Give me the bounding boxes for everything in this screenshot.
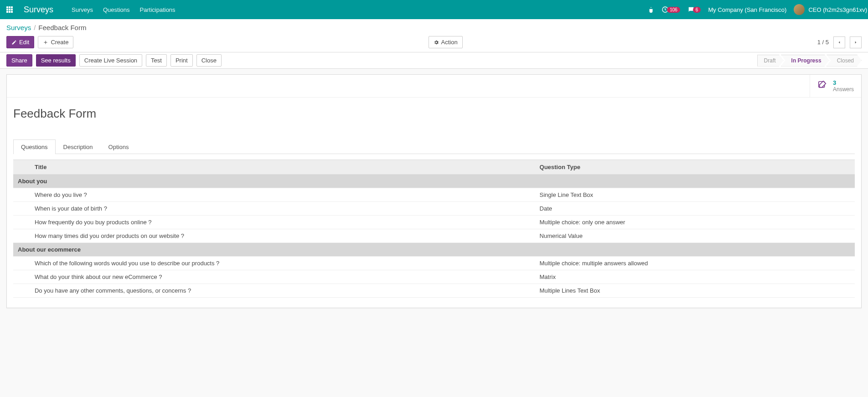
table-row[interactable]: Do you have any other comments, question… [13,284,855,298]
gear-icon [434,40,439,45]
apps-icon[interactable] [0,6,19,13]
status-draft[interactable]: Draft [757,55,784,67]
pager: 1 / 5 [817,36,862,48]
row-handle[interactable] [13,270,30,284]
row-qtype: Multiple choice: multiple answers allowe… [535,257,855,270]
row-qtype: Matrix [535,270,855,284]
section-title: About you [13,175,855,188]
status-row: Share See results Create Live Session Te… [0,52,868,69]
row-handle[interactable] [13,257,30,270]
topbar: Surveys Surveys Questions Participations… [0,0,868,19]
tab-options[interactable]: Options [101,139,137,154]
table-section-row[interactable]: About our ecommerce [13,243,855,257]
edit-square-icon [817,80,827,92]
see-results-button[interactable]: See results [36,54,76,67]
print-button[interactable]: Print [170,54,193,67]
table-row[interactable]: How many times did you order products on… [13,229,855,243]
create-button[interactable]: Create [38,36,73,48]
row-title: When is your date of birth ? [30,202,535,216]
tab-questions[interactable]: Questions [13,139,56,154]
row-handle[interactable] [13,202,30,216]
svg-rect-3 [6,9,8,10]
row-qtype: Date [535,202,855,216]
th-handle [13,160,30,175]
share-button[interactable]: Share [6,54,32,67]
row-title: Do you have any other comments, question… [30,284,535,298]
section-title: About our ecommerce [13,243,855,257]
notif-badge: 106 [667,7,680,13]
th-qtype[interactable]: Question Type [535,160,855,175]
row-handle[interactable] [13,188,30,202]
row-title: Which of the following words would you u… [30,257,535,270]
nav-surveys[interactable]: Surveys [72,6,93,13]
table-row[interactable]: Where do you live ?Single Line Text Box [13,188,855,202]
answers-stat-button[interactable]: 3 Answers [810,75,861,97]
table-row[interactable]: What do your think about our new eCommer… [13,270,855,284]
row-title: How frequently do you buy products onlin… [30,216,535,229]
plus-icon [43,40,48,45]
status-closed[interactable]: Closed [827,55,862,67]
company-selector[interactable]: My Company (San Francisco) [708,6,786,13]
pager-next[interactable] [850,36,862,48]
statusbar: Draft In Progress Closed [757,55,862,67]
th-title[interactable]: Title [30,160,535,175]
create-live-session-button[interactable]: Create Live Session [79,54,142,67]
edit-button[interactable]: Edit [6,36,34,48]
pager-text[interactable]: 1 / 5 [817,39,829,46]
row-qtype: Multiple choice: only one answer [535,216,855,229]
topnav: Surveys Questions Participations [63,6,176,13]
close-button[interactable]: Close [196,54,222,67]
chevron-right-icon [853,40,858,45]
svg-rect-1 [9,6,10,8]
table-row[interactable]: Which of the following words would you u… [13,257,855,270]
breadcrumb: Surveys / Feedback Form [6,24,86,31]
tabs: Questions Description Options [13,139,855,154]
bug-icon[interactable] [648,6,654,13]
nav-participations[interactable]: Participations [140,6,176,13]
table-row[interactable]: How frequently do you buy products onlin… [13,216,855,229]
edit-label: Edit [19,39,29,46]
pager-prev[interactable] [833,36,845,48]
chat-icon[interactable]: 6 [687,6,701,13]
status-in-progress[interactable]: In Progress [781,55,829,67]
row-handle[interactable] [13,229,30,243]
row-title: How many times did you order products on… [30,229,535,243]
pencil-icon [11,40,17,45]
row-title: What do your think about our new eCommer… [30,270,535,284]
action-button[interactable]: Action [429,36,463,48]
svg-rect-4 [9,9,10,10]
action-label: Action [441,39,458,46]
row-qtype: Multiple Lines Text Box [535,284,855,298]
nav-questions[interactable]: Questions [103,6,130,13]
svg-rect-8 [11,11,13,13]
svg-rect-7 [9,11,10,13]
table-section-row[interactable]: About you [13,175,855,188]
answers-count: 3 [833,79,854,86]
questions-table: Title Question Type About youWhere do yo… [13,160,855,298]
svg-rect-6 [6,11,8,13]
chevron-left-icon [837,40,842,45]
test-button[interactable]: Test [146,54,167,67]
row-handle[interactable] [13,216,30,229]
user-name: CEO (h2m2s3gn61xv) [808,6,867,13]
avatar [794,4,805,15]
brand[interactable]: Surveys [19,5,63,15]
breadcrumb-current: Feedback Form [38,24,86,31]
row-title: Where do you live ? [30,188,535,202]
tab-description[interactable]: Description [56,139,101,154]
clock-icon[interactable]: 106 [661,6,680,13]
row-qtype: Numerical Value [535,229,855,243]
user-menu[interactable]: CEO (h2m2s3gn61xv) [794,4,867,15]
breadcrumb-root[interactable]: Surveys [6,24,31,31]
table-row[interactable]: When is your date of birth ?Date [13,202,855,216]
stat-buttons: 3 Answers [7,75,861,98]
svg-rect-0 [6,6,8,8]
topbar-right: 106 6 My Company (San Francisco) CEO (h2… [648,4,868,15]
control-panel: Surveys / Feedback Form Edit Create Acti… [0,19,868,52]
row-qtype: Single Line Text Box [535,188,855,202]
row-handle[interactable] [13,284,30,298]
svg-rect-5 [11,9,13,10]
answers-label: Answers [833,86,854,93]
page-title: Feedback Form [13,107,855,121]
form-sheet: 3 Answers Feedback Form Questions Descri… [6,74,862,308]
